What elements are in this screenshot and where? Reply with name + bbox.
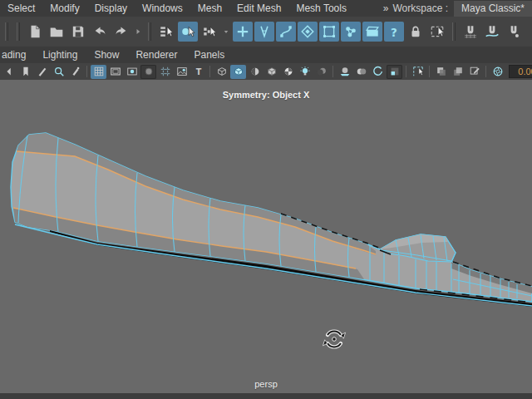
panel-menu-item-panels[interactable]: Panels — [185, 49, 233, 61]
panel-menu-item-ading[interactable]: ading — [0, 49, 34, 61]
panel-sep-5 — [429, 66, 430, 77]
zoom-select-button[interactable] — [51, 65, 66, 79]
symmetry-move-button[interactable] — [233, 22, 253, 42]
bookmark-button[interactable] — [17, 65, 33, 79]
shadows-button[interactable] — [313, 65, 329, 79]
panel-menu-item-lighting[interactable]: Lighting — [34, 49, 86, 61]
motion-blur-button[interactable] — [353, 65, 369, 79]
grid-toggle-button[interactable] — [91, 65, 106, 79]
grease-pencil-button[interactable] — [67, 65, 83, 79]
tool-clapper-icon — [365, 24, 380, 39]
display-textures-button[interactable]: T — [190, 65, 206, 79]
particles-tool-button[interactable] — [341, 22, 361, 42]
resolution-gate-button[interactable] — [124, 65, 140, 79]
xray-joints-button[interactable] — [450, 65, 466, 79]
edit-bookmark-button[interactable] — [34, 65, 50, 79]
viewport[interactable]: Symmetry: Object X persp — [0, 80, 532, 393]
blur-spheres-icon — [356, 66, 367, 77]
open-scene-button[interactable] — [47, 22, 66, 42]
xray-active-components-button[interactable] — [466, 65, 482, 79]
panel-toolbar: T0.00 — [0, 63, 532, 81]
multisampling-button[interactable] — [370, 65, 386, 79]
mesh-object[interactable] — [11, 133, 532, 307]
lock-selection-button[interactable] — [406, 22, 426, 42]
selection-mask-dropdown[interactable] — [221, 22, 231, 42]
angle-tool-button[interactable] — [254, 22, 274, 42]
toolbar-grip-2[interactable] — [17, 22, 20, 41]
new-scene-button[interactable] — [25, 22, 45, 42]
exposure-button[interactable] — [490, 65, 505, 79]
diamond-tool-button[interactable] — [298, 22, 318, 42]
toolbar-grip-1[interactable] — [5, 22, 8, 41]
sphere-half-icon — [249, 66, 261, 77]
file-new-icon — [27, 24, 42, 39]
svg-text:?: ? — [391, 26, 397, 39]
film-gate-button[interactable] — [107, 65, 123, 79]
folder-open-icon — [49, 24, 64, 39]
chev-left-icon — [3, 66, 15, 77]
redo-button[interactable] — [111, 22, 131, 42]
menu-item-modify[interactable]: Modify — [42, 2, 86, 14]
panel-menubar: adingLightingShowRendererPanels — [0, 47, 532, 64]
menu-item-mesh[interactable]: Mesh — [190, 2, 229, 14]
panel-menu-item-renderer[interactable]: Renderer — [127, 49, 185, 61]
panel-menu-item-show[interactable]: Show — [86, 49, 127, 61]
workspace-expand-icon[interactable]: » — [383, 2, 389, 14]
tool-help-icon: ? — [387, 24, 401, 39]
snap-to-grid-button[interactable] — [461, 22, 480, 42]
marquee-icon — [430, 24, 445, 39]
workspace-selector[interactable]: Maya Classic* — [454, 1, 532, 17]
isolate-select-button[interactable] — [410, 65, 426, 79]
toolbar-grip-3[interactable] — [148, 22, 151, 41]
curve-tool-button[interactable] — [276, 22, 296, 42]
main-menubar: SelectModifyDisplayWindowsMeshEdit MeshM… — [0, 0, 532, 17]
cube-shaded-icon — [233, 66, 244, 77]
wireframe-display-button[interactable] — [214, 65, 229, 79]
scene-view — [0, 80, 532, 393]
xray-button[interactable] — [433, 65, 449, 79]
lattice-tool-button[interactable] — [319, 22, 339, 42]
field-chart-button[interactable] — [157, 65, 173, 79]
prev-view-button[interactable] — [1, 65, 17, 79]
menu-item-display[interactable]: Display — [87, 2, 135, 14]
textured-display-button[interactable] — [280, 65, 296, 79]
toolbar-grip-4[interactable] — [452, 22, 456, 41]
snap-to-points-button[interactable] — [504, 22, 524, 42]
image-plane-button[interactable] — [174, 65, 190, 79]
menu-item-windows[interactable]: Windows — [135, 2, 190, 14]
depth-peeling-button[interactable] — [387, 65, 402, 79]
sphere-shadow-icon — [316, 66, 328, 77]
snap-to-curves-button[interactable] — [482, 22, 502, 42]
wireframe-on-shaded-button[interactable] — [264, 65, 279, 79]
snap-to-projected-center-button[interactable] — [525, 22, 532, 42]
shaded-display-button[interactable] — [230, 65, 246, 79]
img-plane-icon — [176, 66, 188, 77]
clapperboard-button[interactable] — [362, 22, 382, 42]
save-scene-button[interactable] — [68, 22, 88, 42]
dropdown-icon — [221, 24, 231, 39]
sel-obj-icon — [180, 24, 195, 39]
use-all-lights-button[interactable] — [297, 65, 313, 79]
sphere-checker-icon — [283, 66, 294, 77]
material-display-button[interactable] — [247, 65, 263, 79]
help-mode-button[interactable]: ? — [384, 22, 404, 42]
flyout-arrow-button[interactable] — [133, 22, 143, 42]
gate-mask-button[interactable] — [140, 65, 156, 79]
pen-bm-icon — [37, 66, 48, 77]
tool-angle-icon — [257, 24, 272, 39]
maya-window: SelectModifyDisplayWindowsMeshEdit MeshM… — [0, 0, 532, 399]
workspace-area: » Workspace : Maya Classic* — [383, 1, 532, 17]
bulb-icon — [299, 66, 311, 77]
menu-item-mesh-tools[interactable]: Mesh Tools — [288, 2, 353, 14]
select-object-mode-button[interactable] — [178, 22, 198, 42]
menu-item-select[interactable]: Select — [0, 2, 42, 14]
flyout-icon — [133, 24, 143, 39]
highlight-selection-button[interactable] — [427, 22, 447, 42]
select-hierarchy-mode-button[interactable] — [156, 22, 176, 42]
menu-item-edit-mesh[interactable]: Edit Mesh — [229, 2, 288, 14]
undo-button[interactable] — [90, 22, 110, 42]
exposure-field[interactable]: 0.00 — [509, 65, 532, 78]
ambient-occlusion-button[interactable] — [337, 65, 352, 79]
select-component-mode-button[interactable] — [200, 22, 219, 42]
camera-label: persp — [0, 379, 532, 389]
